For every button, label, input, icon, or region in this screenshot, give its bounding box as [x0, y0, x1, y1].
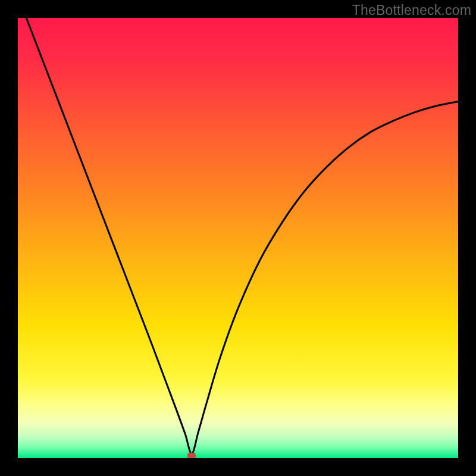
plot-area	[18, 18, 458, 458]
optimal-marker	[187, 453, 196, 458]
bottleneck-curve	[18, 18, 458, 458]
watermark-text: TheBottleneck.com	[352, 2, 471, 18]
chart-frame: TheBottleneck.com	[0, 0, 476, 476]
